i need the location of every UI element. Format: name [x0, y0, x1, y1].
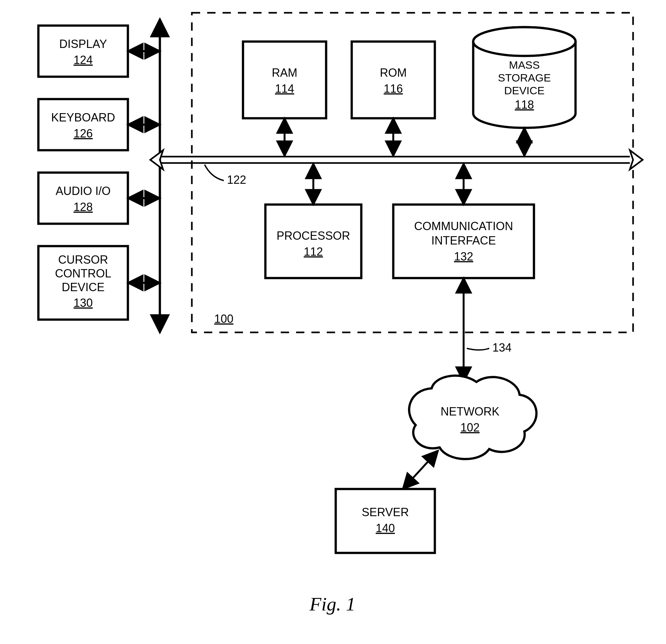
svg-rect-14: [336, 489, 435, 553]
display-block: DISPLAY 124: [38, 25, 128, 77]
svg-rect-9: [352, 41, 435, 118]
network-label: NETWORK: [441, 405, 500, 418]
internal-bus: 122: [150, 150, 643, 186]
comm-l1: COMMUNICATION: [414, 219, 513, 233]
svg-rect-2: [38, 173, 128, 224]
system-block-diagram: DISPLAY 124 KEYBOARD 126 AUDIO I/O 128 C…: [0, 0, 666, 644]
svg-point-11: [473, 27, 576, 56]
audio-num: 128: [73, 200, 93, 214]
storage-l3: DEVICE: [504, 84, 545, 96]
processor-label: PROCESSOR: [277, 229, 350, 242]
cursor-block: CURSOR CONTROL DEVICE 130: [38, 246, 128, 320]
svg-rect-0: [38, 25, 128, 77]
ram-num: 114: [275, 82, 294, 95]
server-block: SERVER 140: [336, 489, 435, 553]
keyboard-label: KEYBOARD: [51, 111, 115, 124]
figure-caption: Fig. 1: [309, 593, 355, 614]
rom-label: ROM: [380, 66, 407, 79]
cursor-l2: CONTROL: [55, 267, 111, 280]
ram-label: RAM: [272, 66, 297, 79]
rom-num: 116: [384, 82, 403, 95]
comm-block: COMMUNICATION INTERFACE 132: [393, 204, 534, 278]
link-leader: [467, 348, 489, 350]
storage-l2: STORAGE: [498, 72, 551, 84]
system-num: 100: [214, 312, 233, 325]
network-block: NETWORK 102: [409, 376, 537, 459]
server-label: SERVER: [362, 506, 409, 519]
server-num: 140: [376, 522, 395, 535]
display-num: 124: [73, 53, 93, 67]
link-num: 134: [492, 341, 512, 354]
svg-marker-7: [150, 150, 163, 169]
rom-block: ROM 116: [352, 41, 435, 118]
svg-rect-1: [38, 99, 128, 150]
cursor-l3: DEVICE: [62, 281, 105, 294]
keyboard-block: KEYBOARD 126: [38, 99, 128, 150]
processor-block: PROCESSOR 112: [265, 204, 361, 278]
keyboard-num: 126: [73, 127, 93, 140]
cursor-l1: CURSOR: [58, 253, 108, 266]
bus-num: 122: [227, 173, 246, 186]
audio-label: AUDIO I/O: [56, 184, 111, 198]
processor-num: 112: [304, 245, 323, 258]
storage-num: 118: [515, 98, 534, 111]
display-label: DISPLAY: [59, 37, 107, 51]
cursor-num: 130: [73, 296, 93, 309]
network-num: 102: [460, 421, 479, 434]
svg-marker-6: [630, 150, 643, 169]
net-server-link: [403, 451, 438, 489]
comm-num: 132: [454, 250, 473, 263]
comm-l2: INTERFACE: [431, 234, 496, 247]
svg-rect-8: [243, 41, 326, 118]
storage-block: MASS STORAGE DEVICE 118: [473, 27, 576, 128]
storage-l1: MASS: [509, 59, 540, 71]
ram-block: RAM 114: [243, 41, 326, 118]
audio-block: AUDIO I/O 128: [38, 173, 128, 224]
